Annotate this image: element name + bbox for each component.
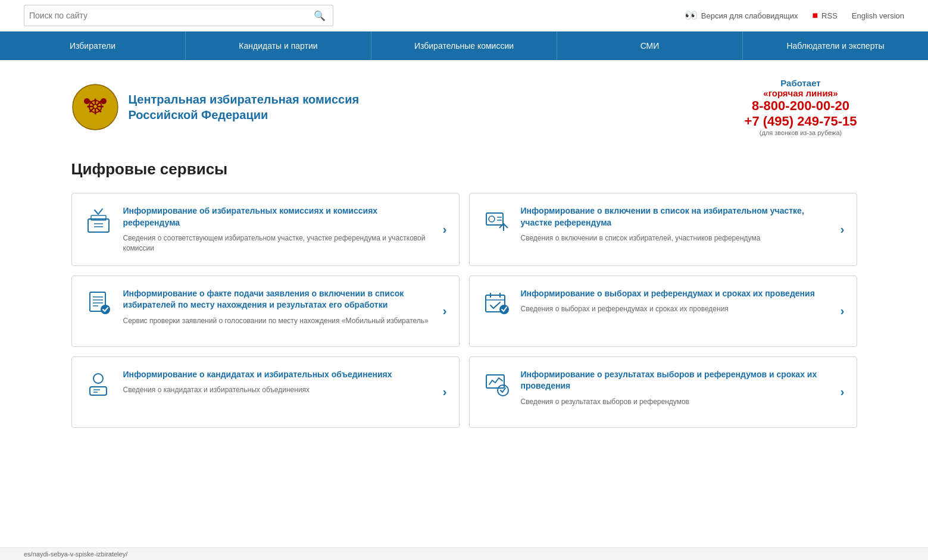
header-section: ☸ Центральная избирательная комиссия Рос… <box>71 60 857 148</box>
ballot-box-icon <box>84 205 114 235</box>
service-text-voter-list: Информирование о включении в список на и… <box>521 205 831 243</box>
svg-point-18 <box>101 305 110 314</box>
nav-item-commissions[interactable]: Избирательные комиссии <box>371 32 557 60</box>
person-card-icon <box>84 369 114 399</box>
rss-label: RSS <box>821 11 838 20</box>
service-title-voter-list: Информирование о включении в список на и… <box>521 205 831 229</box>
svg-rect-28 <box>486 375 504 388</box>
top-bar: 🔍 👀 Версия для слабовидящих ■ RSS Englis… <box>0 0 928 32</box>
service-card-results-info[interactable]: Информирование о результатах выборов и р… <box>469 356 857 428</box>
hotline-area: Работает «горячая линия» 8-800-200-00-20… <box>745 78 857 136</box>
accessibility-label: Версия для слабовидящих <box>701 11 798 20</box>
service-card-application-status[interactable]: Информирование о факте подачи заявления … <box>71 276 460 347</box>
logo-area: ☸ Центральная избирательная комиссия Рос… <box>71 83 360 131</box>
service-card-commissions-info[interactable]: Информирование об избирательных комиссия… <box>71 193 460 266</box>
search-button[interactable]: 🔍 <box>311 10 328 21</box>
document-list-icon <box>84 288 114 318</box>
service-desc-application-status: Сервис проверки заявлений о голосовании … <box>123 316 433 326</box>
service-desc-candidates-info: Сведения о кандидатах и избирательных об… <box>123 385 433 395</box>
search-container: 🔍 <box>24 5 333 26</box>
svg-text:☸: ☸ <box>86 95 105 119</box>
hotline-number2: +7 (495) 249-75-15 <box>745 114 857 129</box>
section-title: Цифровые сервисы <box>71 160 857 179</box>
service-desc-commissions-info: Сведения о соответствующем избирательном… <box>123 233 433 254</box>
service-title-results-info: Информирование о результатах выборов и р… <box>521 369 831 392</box>
calendar-check-icon <box>482 288 511 318</box>
hotline-number1: 8-800-200-00-20 <box>745 98 857 114</box>
service-text-application-status: Информирование о факте подачи заявления … <box>123 288 433 326</box>
service-desc-elections-info: Сведения о выборах и референдумах и срок… <box>521 304 831 314</box>
nav-item-candidates[interactable]: Кандидаты и партии <box>186 32 371 60</box>
service-text-candidates-info: Информирование о кандидатах и избиратель… <box>123 369 433 395</box>
nav-bar: Избиратели Кандидаты и партии Избиратель… <box>0 32 928 60</box>
service-text-results-info: Информирование о результатах выборов и р… <box>521 369 831 407</box>
arrow-icon: › <box>840 223 845 236</box>
nav-item-voters[interactable]: Избиратели <box>0 32 186 60</box>
nav-item-observers[interactable]: Наблюдатели и эксперты <box>743 32 928 60</box>
service-card-elections-info[interactable]: Информирование о выборах и референдумах … <box>469 276 857 347</box>
svg-point-9 <box>489 216 495 222</box>
org-title: Центральная избирательная комиссия Росси… <box>129 92 360 123</box>
rss-link[interactable]: ■ RSS <box>812 10 837 21</box>
service-desc-voter-list: Сведения о включении в список избирателе… <box>521 233 831 243</box>
service-desc-results-info: Сведения о результатах выборов и референ… <box>521 397 831 407</box>
main-content: ☸ Центральная избирательная комиссия Рос… <box>48 60 881 452</box>
services-grid: Информирование об избирательных комиссия… <box>71 193 857 452</box>
svg-rect-25 <box>90 387 107 395</box>
arrow-icon: › <box>840 304 845 318</box>
svg-rect-4 <box>88 219 109 232</box>
search-input[interactable] <box>29 11 311 20</box>
service-text-commissions-info: Информирование об избирательных комиссия… <box>123 205 433 254</box>
arrow-icon: › <box>443 385 447 399</box>
svg-point-24 <box>93 374 103 383</box>
service-title-candidates-info: Информирование о кандидатах и избиратель… <box>123 369 433 381</box>
service-card-voter-list[interactable]: Информирование о включении в список на и… <box>469 193 857 266</box>
hotline-note: (для звонков из-за рубежа) <box>745 129 857 136</box>
english-link[interactable]: English version <box>852 11 904 20</box>
service-title-elections-info: Информирование о выборах и референдумах … <box>521 288 831 300</box>
rss-icon: ■ <box>812 10 818 21</box>
service-title-application-status: Информирование о факте подачи заявления … <box>123 288 433 311</box>
service-text-elections-info: Информирование о выборах и референдумах … <box>521 288 831 314</box>
voter-id-icon <box>482 205 511 235</box>
hotline-working: Работает <box>745 78 857 88</box>
top-right-links: 👀 Версия для слабовидящих ■ RSS English … <box>685 9 904 22</box>
arrow-icon: › <box>840 385 845 399</box>
service-title-commissions-info: Информирование об избирательных комиссия… <box>123 205 433 229</box>
accessibility-link[interactable]: 👀 Версия для слабовидящих <box>685 9 798 22</box>
arrow-icon: › <box>443 223 447 236</box>
coat-of-arms: ☸ <box>71 83 119 131</box>
nav-item-media[interactable]: СМИ <box>557 32 743 60</box>
service-card-candidates-info[interactable]: Информирование о кандидатах и избиратель… <box>71 356 460 428</box>
hotline-label: «горячая линия» <box>745 88 857 98</box>
arrow-icon: › <box>443 304 447 318</box>
svg-point-2 <box>84 98 90 104</box>
results-check-icon <box>482 369 511 399</box>
glasses-icon: 👀 <box>685 9 698 22</box>
svg-point-3 <box>101 98 107 104</box>
